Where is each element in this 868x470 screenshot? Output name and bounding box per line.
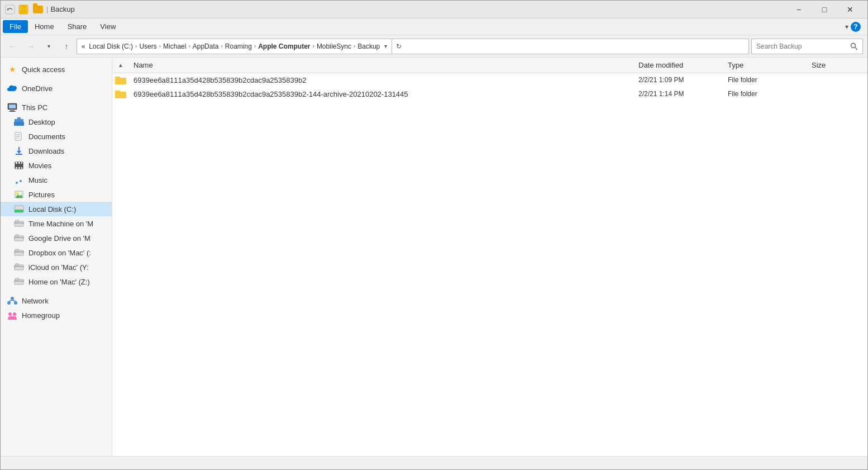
sidebar-item-movies[interactable]: Movies — [1, 158, 112, 173]
window-controls: − □ ✕ — [786, 1, 863, 18]
address-bar-dropdown[interactable]: ▾ — [384, 43, 387, 49]
sidebar-item-pictures[interactable]: Pictures — [1, 187, 112, 202]
sidebar-label-quick-access: Quick access — [22, 65, 65, 74]
file-date-row1: 2/2/21 1:09 PM — [638, 76, 728, 84]
sidebar-item-this-pc[interactable]: This PC — [1, 100, 112, 115]
music-icon — [14, 175, 24, 185]
google-drive-icon — [14, 233, 24, 243]
svg-rect-34 — [16, 220, 18, 222]
col-header-type[interactable]: Type — [728, 61, 812, 69]
back-button[interactable]: ← — [5, 39, 21, 54]
up-button[interactable]: ↑ — [59, 39, 74, 54]
sidebar-item-downloads[interactable]: Downloads — [1, 144, 112, 158]
dropbox-icon — [14, 248, 24, 258]
minimize-button[interactable]: − — [786, 1, 812, 18]
menu-share[interactable]: Share — [61, 20, 94, 33]
sidebar-item-network[interactable]: Network — [1, 293, 112, 308]
save-icon[interactable] — [18, 4, 28, 15]
breadcrumb-appdata[interactable]: AppData — [193, 42, 219, 50]
folder-icon-row2 — [112, 89, 129, 98]
table-row[interactable]: 6939ee6a8111a35d428b535839b2cdac9a253583… — [112, 73, 867, 87]
svg-rect-13 — [17, 117, 21, 120]
sidebar-label-home-mac: Home on 'Mac' (Z:) — [28, 278, 90, 286]
sidebar-label-movies: Movies — [28, 162, 51, 170]
search-input[interactable] — [756, 42, 847, 50]
svg-point-50 — [14, 301, 17, 305]
pictures-icon — [14, 189, 24, 200]
col-header-name[interactable]: Name — [129, 61, 638, 69]
search-box[interactable] — [751, 39, 863, 54]
sidebar-item-documents[interactable]: Documents — [1, 129, 112, 144]
sidebar-label-homegroup: Homegroup — [22, 311, 60, 320]
breadcrumb-users[interactable]: Users — [139, 42, 156, 50]
sidebar-item-home-mac[interactable]: Home on 'Mac' (Z:) — [1, 274, 112, 289]
sidebar-label-documents: Documents — [28, 132, 65, 141]
breadcrumb-apple-computer[interactable]: Apple Computer — [258, 42, 310, 50]
sidebar-label-pictures: Pictures — [28, 191, 55, 199]
forward-button[interactable]: → — [23, 39, 39, 54]
sidebar-item-desktop[interactable]: Desktop — [1, 115, 112, 129]
sidebar-item-homegroup[interactable]: Homegroup — [1, 308, 112, 322]
svg-rect-32 — [15, 210, 23, 212]
svg-line-6 — [855, 47, 858, 50]
sidebar-item-quick-access[interactable]: ★ Quick access — [1, 62, 112, 77]
file-name-row2: 6939ee6a8111a35d428b535839b2cdac9a253583… — [129, 90, 638, 98]
menu-help-icon[interactable]: ? — [851, 22, 861, 32]
svg-rect-4 — [20, 10, 27, 13]
table-row[interactable]: 6939ee6a8111a35d428b535839b2cdac9a253583… — [112, 87, 867, 101]
maximize-button[interactable]: □ — [812, 1, 837, 18]
svg-rect-8 — [9, 105, 16, 108]
sort-arrow[interactable]: ▲ — [112, 62, 129, 68]
menu-home[interactable]: Home — [28, 20, 61, 33]
svg-point-49 — [7, 301, 11, 305]
breadcrumb-backup[interactable]: Backup — [357, 42, 380, 50]
breadcrumb-localDisk[interactable]: « Local Disk (C:) — [82, 42, 133, 50]
sidebar-label-onedrive: OneDrive — [22, 84, 53, 93]
menu-file[interactable]: File — [3, 20, 28, 33]
address-bar[interactable]: « Local Disk (C:) › Users › Michael › Ap… — [77, 39, 749, 54]
svg-rect-23 — [18, 162, 20, 164]
menu-bar: File Home Share View ▾ ? — [1, 18, 867, 35]
sidebar-item-local-disk[interactable]: Local Disk (C:) — [1, 202, 112, 216]
col-header-size[interactable]: Size — [812, 61, 867, 69]
breadcrumb-roaming[interactable]: Roaming — [225, 42, 252, 50]
undo-icon[interactable] — [5, 4, 15, 15]
close-button[interactable]: ✕ — [837, 1, 863, 18]
svg-rect-43 — [16, 264, 18, 265]
star-icon: ★ — [7, 64, 17, 74]
sidebar-item-onedrive[interactable]: OneDrive — [1, 81, 112, 96]
window-title: Backup — [50, 5, 74, 13]
sidebar: ★ Quick access OneDrive — [1, 58, 112, 456]
menu-view[interactable]: View — [93, 20, 122, 33]
svg-point-29 — [16, 192, 18, 194]
sidebar-label-time-machine: Time Machine on 'M — [28, 220, 93, 228]
sep6: › — [313, 43, 314, 49]
sidebar-label-dropbox: Dropbox on 'Mac' (: — [28, 249, 91, 257]
breadcrumb-michael[interactable]: Michael — [163, 42, 186, 50]
sidebar-item-dropbox[interactable]: Dropbox on 'Mac' (: — [1, 245, 112, 260]
menu-collapse-icon[interactable]: ▾ — [845, 23, 848, 31]
sidebar-item-time-machine[interactable]: Time Machine on 'M — [1, 216, 112, 231]
title-folder-icon — [33, 6, 43, 13]
sidebar-item-google-drive[interactable]: Google Drive on 'M — [1, 231, 112, 245]
sidebar-item-icloud[interactable]: iCloud on 'Mac' (Y: — [1, 260, 112, 274]
movies-icon — [14, 160, 24, 170]
folder-icon-row1 — [112, 75, 129, 84]
sep1: › — [135, 43, 137, 49]
sidebar-label-music: Music — [28, 176, 47, 184]
recent-locations-button[interactable]: ▾ — [41, 39, 56, 54]
search-icon[interactable] — [850, 42, 858, 50]
svg-rect-58 — [115, 91, 120, 93]
icloud-icon — [14, 262, 24, 272]
svg-point-5 — [851, 43, 856, 48]
sep2: › — [159, 43, 161, 49]
col-header-date[interactable]: Date modified — [638, 61, 728, 69]
sidebar-label-network: Network — [22, 297, 49, 305]
sidebar-item-music[interactable]: Music — [1, 173, 112, 187]
breadcrumb-mobilesync[interactable]: MobileSync — [317, 42, 351, 50]
file-name-row1: 6939ee6a8111a35d428b535839b2cdac9a253583… — [129, 76, 638, 84]
desktop-folder-icon — [14, 117, 24, 127]
refresh-button[interactable]: ↻ — [392, 39, 405, 54]
local-disk-icon — [14, 204, 24, 214]
svg-rect-56 — [115, 77, 120, 79]
